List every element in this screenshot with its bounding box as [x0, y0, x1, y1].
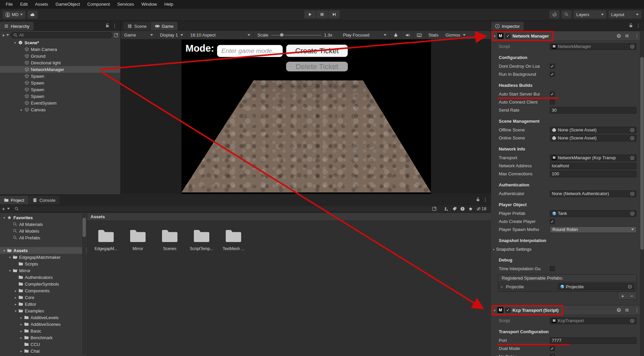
- text-field[interactable]: 7777: [550, 337, 637, 344]
- lock-icon[interactable]: [629, 23, 633, 28]
- inspector-scrollbar[interactable]: [640, 31, 644, 356]
- undo-history-button[interactable]: [549, 10, 559, 18]
- open-search-window-icon[interactable]: [432, 206, 437, 211]
- foldout-closed-icon[interactable]: ▸: [19, 349, 23, 353]
- foldout-open-icon[interactable]: ▾: [13, 309, 18, 313]
- tree-row-spawn[interactable]: Spawn: [0, 86, 120, 93]
- foldout-closed-icon[interactable]: ▸: [13, 302, 18, 306]
- tab-inspector[interactable]: Inspector: [491, 22, 524, 31]
- tree-row-main-camera[interactable]: Main Camera: [0, 46, 120, 53]
- asset-folder-mirror[interactable]: Mirror: [124, 228, 151, 251]
- tab-console[interactable]: Console: [29, 196, 59, 204]
- checkbox[interactable]: ✓: [550, 92, 555, 97]
- tree-row-authenticators[interactable]: Authenticators: [0, 274, 87, 281]
- add-asset-button[interactable]: +: [2, 206, 5, 211]
- foldout-snapshot-settings[interactable]: ▸Snapshot Settings: [493, 246, 637, 252]
- tree-row-spawn[interactable]: Spawn: [0, 73, 120, 79]
- tree-row-mirror[interactable]: ▾Mirror: [0, 267, 87, 274]
- foldout-open-icon[interactable]: ▾: [494, 308, 495, 312]
- checkbox[interactable]: ✓: [550, 64, 555, 69]
- tree-row-favorites[interactable]: ▾Favorites: [0, 214, 87, 221]
- aspect-ratio-dropdown[interactable]: 16:10 Aspect: [187, 31, 254, 40]
- asset-folder-scenes[interactable]: Scenes: [156, 228, 183, 251]
- tree-row-scene-[interactable]: ▾Scene*: [0, 39, 120, 46]
- scale-slider[interactable]: [271, 35, 321, 36]
- asset-folder-edgegapm-[interactable]: EdgegapM...: [93, 228, 119, 251]
- component-header-network-manager[interactable]: ▾M✓Network Manager?⋮: [491, 31, 644, 41]
- tree-row-basic[interactable]: ▸Basic: [0, 328, 87, 334]
- tree-row-compilersymbols[interactable]: CompilerSymbols: [0, 281, 87, 287]
- tree-row-core[interactable]: ▸Core: [0, 294, 87, 301]
- foldout-closed-icon[interactable]: ▸: [19, 108, 24, 112]
- kebab-menu-icon[interactable]: ⋮: [634, 23, 643, 28]
- tab-scene[interactable]: Scene: [123, 22, 151, 31]
- object-field[interactable]: MNetworkManager: [550, 43, 637, 50]
- tree-row-scripts[interactable]: Scripts: [0, 260, 87, 267]
- lock-icon[interactable]: [105, 23, 110, 28]
- favorites-star-icon[interactable]: [468, 206, 473, 211]
- tab-hierarchy[interactable]: Hierarchy: [0, 22, 34, 31]
- tree-row-canvas[interactable]: ▸Canvas: [0, 106, 120, 113]
- kebab-menu-icon[interactable]: ⋮: [481, 197, 490, 202]
- tree-row-chat[interactable]: ▸Chat: [0, 348, 87, 354]
- tree-row-additivescenes[interactable]: ▸AdditiveScenes: [0, 321, 87, 328]
- object-field[interactable]: None (Scene Asset): [550, 127, 637, 133]
- tree-row-benchmark[interactable]: ▸Benchmark: [0, 334, 87, 341]
- tree-row-ccu[interactable]: CCU: [0, 341, 87, 348]
- menu-help[interactable]: Help: [161, 0, 177, 9]
- foldout-closed-icon[interactable]: ▸: [493, 247, 495, 251]
- scene-picker-icon[interactable]: [114, 33, 118, 38]
- game-display-mode-dropdown[interactable]: Game: [121, 31, 157, 40]
- foldout-closed-icon[interactable]: ▸: [13, 289, 18, 293]
- checkbox[interactable]: [550, 100, 555, 105]
- asset-folder-textmesh-[interactable]: TextMesh ...: [220, 228, 247, 251]
- object-field[interactable]: Projectile: [558, 283, 634, 290]
- remove-button[interactable]: −: [627, 292, 636, 299]
- object-field[interactable]: MKcpTransport: [550, 317, 637, 324]
- checkbox[interactable]: ✓: [550, 354, 555, 356]
- filter-by-type-icon[interactable]: [444, 206, 449, 211]
- lock-icon[interactable]: [476, 197, 480, 202]
- search-button[interactable]: [561, 10, 572, 18]
- kebab-menu-icon[interactable]: ⋮: [110, 23, 119, 28]
- list-item[interactable]: =ProjectileProjectile: [498, 282, 636, 291]
- tab-game[interactable]: Game: [151, 22, 177, 31]
- object-field[interactable]: MNetworkManager (Kcp Transp: [550, 155, 637, 161]
- layers-dropdown[interactable]: Layers: [574, 10, 606, 18]
- hidden-count-button[interactable]: 18: [476, 206, 486, 211]
- display-dropdown[interactable]: Display 1: [157, 31, 187, 40]
- play-button[interactable]: [304, 10, 316, 18]
- tree-row-editor[interactable]: ▸Editor: [0, 301, 87, 307]
- foldout-open-icon[interactable]: ▾: [8, 269, 12, 273]
- play-focused-dropdown[interactable]: Play Focused: [340, 31, 390, 40]
- add-gameobject-button[interactable]: +: [2, 33, 5, 38]
- foldout-closed-icon[interactable]: ▸: [13, 296, 18, 299]
- drag-handle[interactable]: =: [500, 284, 503, 289]
- chevron-down-icon[interactable]: [7, 208, 10, 210]
- component-header-kcp-transport-script-[interactable]: ▾M✓Kcp Transport (Script)?⋮: [491, 305, 644, 315]
- checkbox[interactable]: ✓: [550, 72, 555, 77]
- project-tree-scrollbar[interactable]: [82, 214, 86, 355]
- label-tag-icon[interactable]: [452, 206, 457, 211]
- menu-assets[interactable]: Assets: [31, 0, 52, 9]
- layout-dropdown[interactable]: Layout: [608, 10, 641, 18]
- tab-project[interactable]: Project: [0, 196, 28, 204]
- device-simulator-button[interactable]: [414, 31, 425, 40]
- object-field[interactable]: None (Scene Asset): [550, 135, 637, 141]
- tree-row-spawn[interactable]: Spawn: [0, 79, 120, 86]
- create-ticket-button[interactable]: Create Ticket: [286, 45, 348, 57]
- checkbox[interactable]: ✓: [550, 346, 555, 351]
- debug-button[interactable]: [390, 31, 402, 40]
- tree-row-edgegapmatchmaker[interactable]: ▾EdgegapMatchmaker: [0, 254, 87, 260]
- menu-window[interactable]: Window: [138, 0, 160, 9]
- tree-row-additivelevels[interactable]: ▸AdditiveLevels: [0, 314, 87, 321]
- mute-audio-button[interactable]: [402, 31, 414, 40]
- tree-row-common[interactable]: Common: [0, 354, 87, 356]
- menu-file[interactable]: File: [2, 0, 16, 9]
- checkbox[interactable]: ✓: [550, 219, 555, 224]
- checkbox[interactable]: [550, 266, 555, 271]
- tree-row-directional-light[interactable]: Directional light: [0, 59, 120, 66]
- step-button[interactable]: [328, 10, 340, 18]
- checkbox[interactable]: ✓: [505, 34, 511, 39]
- object-field[interactable]: Tank: [550, 210, 637, 217]
